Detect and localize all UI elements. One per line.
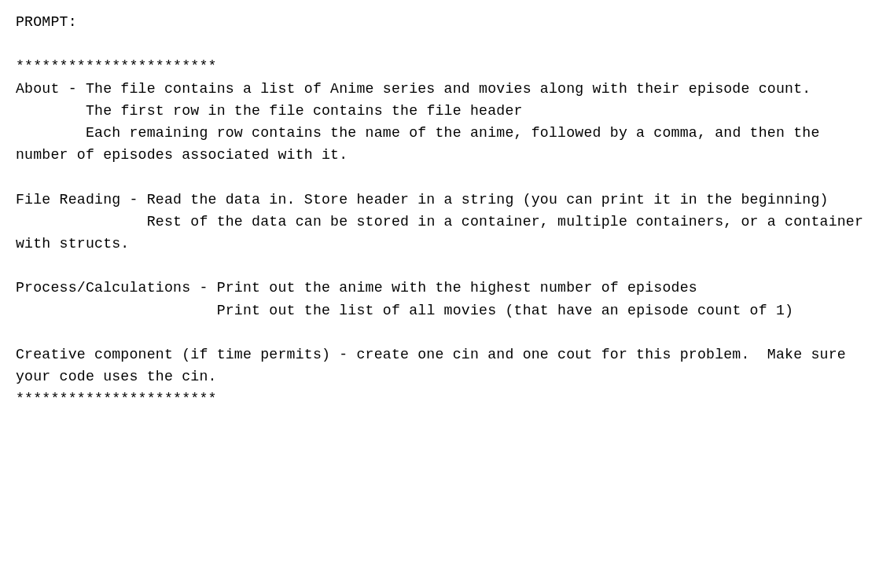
process-line-1: Process/Calculations - Print out the ani…	[16, 280, 697, 296]
divider-top: ***********************	[16, 58, 217, 74]
process-line-2: Print out the list of all movies (that h…	[16, 303, 793, 318]
divider-bottom: ***********************	[16, 391, 217, 406]
about-line-2: The first row in the file contains the f…	[16, 103, 523, 119]
file-reading-line-2: Rest of the data can be stored in a cont…	[16, 214, 872, 252]
creative-line: Creative component (if time permits) - c…	[16, 347, 855, 384]
about-line-1: About - The file contains a list of Anim…	[16, 81, 811, 97]
file-reading-line-1: File Reading - Read the data in. Store h…	[16, 192, 829, 208]
prompt-document: PROMPT: *********************** About - …	[0, 0, 890, 426]
prompt-heading: PROMPT:	[16, 14, 77, 30]
about-line-3: Each remaining row contains the name of …	[16, 125, 829, 163]
